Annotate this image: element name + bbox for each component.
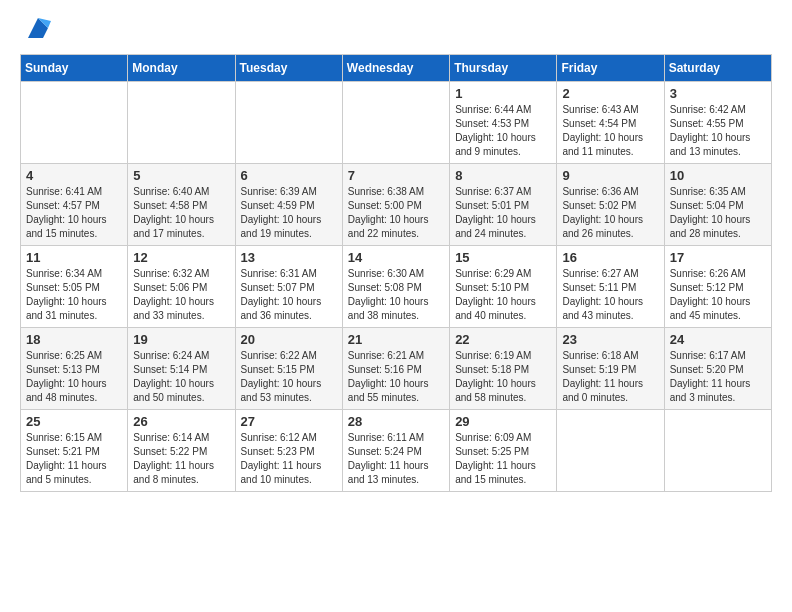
calendar-week-3: 11Sunrise: 6:34 AM Sunset: 5:05 PM Dayli… <box>21 246 772 328</box>
calendar-cell: 17Sunrise: 6:26 AM Sunset: 5:12 PM Dayli… <box>664 246 771 328</box>
day-info: Sunrise: 6:21 AM Sunset: 5:16 PM Dayligh… <box>348 349 444 405</box>
day-number: 23 <box>562 332 658 347</box>
calendar-week-5: 25Sunrise: 6:15 AM Sunset: 5:21 PM Dayli… <box>21 410 772 492</box>
day-info: Sunrise: 6:29 AM Sunset: 5:10 PM Dayligh… <box>455 267 551 323</box>
day-number: 11 <box>26 250 122 265</box>
calendar-cell: 20Sunrise: 6:22 AM Sunset: 5:15 PM Dayli… <box>235 328 342 410</box>
calendar-week-1: 1Sunrise: 6:44 AM Sunset: 4:53 PM Daylig… <box>21 82 772 164</box>
calendar-header-row: SundayMondayTuesdayWednesdayThursdayFrid… <box>21 55 772 82</box>
calendar-cell: 27Sunrise: 6:12 AM Sunset: 5:23 PM Dayli… <box>235 410 342 492</box>
calendar-cell: 1Sunrise: 6:44 AM Sunset: 4:53 PM Daylig… <box>450 82 557 164</box>
day-number: 7 <box>348 168 444 183</box>
calendar-cell: 28Sunrise: 6:11 AM Sunset: 5:24 PM Dayli… <box>342 410 449 492</box>
calendar-cell: 10Sunrise: 6:35 AM Sunset: 5:04 PM Dayli… <box>664 164 771 246</box>
calendar-cell: 29Sunrise: 6:09 AM Sunset: 5:25 PM Dayli… <box>450 410 557 492</box>
logo <box>20 20 53 44</box>
day-number: 13 <box>241 250 337 265</box>
day-number: 1 <box>455 86 551 101</box>
logo-icon <box>23 13 53 43</box>
day-number: 16 <box>562 250 658 265</box>
day-info: Sunrise: 6:31 AM Sunset: 5:07 PM Dayligh… <box>241 267 337 323</box>
calendar-week-2: 4Sunrise: 6:41 AM Sunset: 4:57 PM Daylig… <box>21 164 772 246</box>
calendar-cell: 25Sunrise: 6:15 AM Sunset: 5:21 PM Dayli… <box>21 410 128 492</box>
day-info: Sunrise: 6:41 AM Sunset: 4:57 PM Dayligh… <box>26 185 122 241</box>
day-info: Sunrise: 6:19 AM Sunset: 5:18 PM Dayligh… <box>455 349 551 405</box>
weekday-header-wednesday: Wednesday <box>342 55 449 82</box>
calendar-cell: 14Sunrise: 6:30 AM Sunset: 5:08 PM Dayli… <box>342 246 449 328</box>
day-info: Sunrise: 6:32 AM Sunset: 5:06 PM Dayligh… <box>133 267 229 323</box>
day-number: 22 <box>455 332 551 347</box>
day-number: 2 <box>562 86 658 101</box>
calendar-cell: 4Sunrise: 6:41 AM Sunset: 4:57 PM Daylig… <box>21 164 128 246</box>
day-number: 3 <box>670 86 766 101</box>
day-number: 4 <box>26 168 122 183</box>
day-info: Sunrise: 6:15 AM Sunset: 5:21 PM Dayligh… <box>26 431 122 487</box>
calendar-cell: 24Sunrise: 6:17 AM Sunset: 5:20 PM Dayli… <box>664 328 771 410</box>
day-number: 26 <box>133 414 229 429</box>
calendar-cell: 11Sunrise: 6:34 AM Sunset: 5:05 PM Dayli… <box>21 246 128 328</box>
calendar-cell <box>128 82 235 164</box>
weekday-header-thursday: Thursday <box>450 55 557 82</box>
day-info: Sunrise: 6:17 AM Sunset: 5:20 PM Dayligh… <box>670 349 766 405</box>
weekday-header-tuesday: Tuesday <box>235 55 342 82</box>
calendar-cell <box>342 82 449 164</box>
day-info: Sunrise: 6:30 AM Sunset: 5:08 PM Dayligh… <box>348 267 444 323</box>
day-info: Sunrise: 6:26 AM Sunset: 5:12 PM Dayligh… <box>670 267 766 323</box>
weekday-header-saturday: Saturday <box>664 55 771 82</box>
calendar-cell: 21Sunrise: 6:21 AM Sunset: 5:16 PM Dayli… <box>342 328 449 410</box>
calendar-cell <box>664 410 771 492</box>
day-info: Sunrise: 6:18 AM Sunset: 5:19 PM Dayligh… <box>562 349 658 405</box>
calendar-cell: 2Sunrise: 6:43 AM Sunset: 4:54 PM Daylig… <box>557 82 664 164</box>
day-number: 25 <box>26 414 122 429</box>
day-info: Sunrise: 6:24 AM Sunset: 5:14 PM Dayligh… <box>133 349 229 405</box>
day-number: 19 <box>133 332 229 347</box>
calendar-cell <box>557 410 664 492</box>
day-number: 20 <box>241 332 337 347</box>
calendar-table: SundayMondayTuesdayWednesdayThursdayFrid… <box>20 54 772 492</box>
calendar-cell: 6Sunrise: 6:39 AM Sunset: 4:59 PM Daylig… <box>235 164 342 246</box>
day-number: 28 <box>348 414 444 429</box>
day-number: 29 <box>455 414 551 429</box>
day-info: Sunrise: 6:37 AM Sunset: 5:01 PM Dayligh… <box>455 185 551 241</box>
day-number: 18 <box>26 332 122 347</box>
day-info: Sunrise: 6:11 AM Sunset: 5:24 PM Dayligh… <box>348 431 444 487</box>
calendar-cell <box>235 82 342 164</box>
day-number: 10 <box>670 168 766 183</box>
weekday-header-sunday: Sunday <box>21 55 128 82</box>
day-info: Sunrise: 6:27 AM Sunset: 5:11 PM Dayligh… <box>562 267 658 323</box>
day-number: 8 <box>455 168 551 183</box>
calendar-cell: 26Sunrise: 6:14 AM Sunset: 5:22 PM Dayli… <box>128 410 235 492</box>
weekday-header-friday: Friday <box>557 55 664 82</box>
day-number: 12 <box>133 250 229 265</box>
day-info: Sunrise: 6:34 AM Sunset: 5:05 PM Dayligh… <box>26 267 122 323</box>
day-info: Sunrise: 6:22 AM Sunset: 5:15 PM Dayligh… <box>241 349 337 405</box>
calendar-cell: 15Sunrise: 6:29 AM Sunset: 5:10 PM Dayli… <box>450 246 557 328</box>
calendar-cell: 12Sunrise: 6:32 AM Sunset: 5:06 PM Dayli… <box>128 246 235 328</box>
day-number: 17 <box>670 250 766 265</box>
calendar-cell: 7Sunrise: 6:38 AM Sunset: 5:00 PM Daylig… <box>342 164 449 246</box>
day-info: Sunrise: 6:40 AM Sunset: 4:58 PM Dayligh… <box>133 185 229 241</box>
day-info: Sunrise: 6:14 AM Sunset: 5:22 PM Dayligh… <box>133 431 229 487</box>
calendar-cell: 23Sunrise: 6:18 AM Sunset: 5:19 PM Dayli… <box>557 328 664 410</box>
calendar-cell: 8Sunrise: 6:37 AM Sunset: 5:01 PM Daylig… <box>450 164 557 246</box>
day-info: Sunrise: 6:12 AM Sunset: 5:23 PM Dayligh… <box>241 431 337 487</box>
calendar-cell: 19Sunrise: 6:24 AM Sunset: 5:14 PM Dayli… <box>128 328 235 410</box>
day-number: 24 <box>670 332 766 347</box>
day-number: 15 <box>455 250 551 265</box>
calendar-cell: 9Sunrise: 6:36 AM Sunset: 5:02 PM Daylig… <box>557 164 664 246</box>
day-info: Sunrise: 6:43 AM Sunset: 4:54 PM Dayligh… <box>562 103 658 159</box>
day-info: Sunrise: 6:09 AM Sunset: 5:25 PM Dayligh… <box>455 431 551 487</box>
day-info: Sunrise: 6:38 AM Sunset: 5:00 PM Dayligh… <box>348 185 444 241</box>
day-info: Sunrise: 6:44 AM Sunset: 4:53 PM Dayligh… <box>455 103 551 159</box>
day-number: 6 <box>241 168 337 183</box>
page-header <box>20 20 772 44</box>
day-number: 14 <box>348 250 444 265</box>
day-info: Sunrise: 6:36 AM Sunset: 5:02 PM Dayligh… <box>562 185 658 241</box>
day-number: 27 <box>241 414 337 429</box>
calendar-cell: 13Sunrise: 6:31 AM Sunset: 5:07 PM Dayli… <box>235 246 342 328</box>
day-number: 5 <box>133 168 229 183</box>
calendar-cell: 5Sunrise: 6:40 AM Sunset: 4:58 PM Daylig… <box>128 164 235 246</box>
day-info: Sunrise: 6:39 AM Sunset: 4:59 PM Dayligh… <box>241 185 337 241</box>
calendar-cell: 3Sunrise: 6:42 AM Sunset: 4:55 PM Daylig… <box>664 82 771 164</box>
day-info: Sunrise: 6:42 AM Sunset: 4:55 PM Dayligh… <box>670 103 766 159</box>
